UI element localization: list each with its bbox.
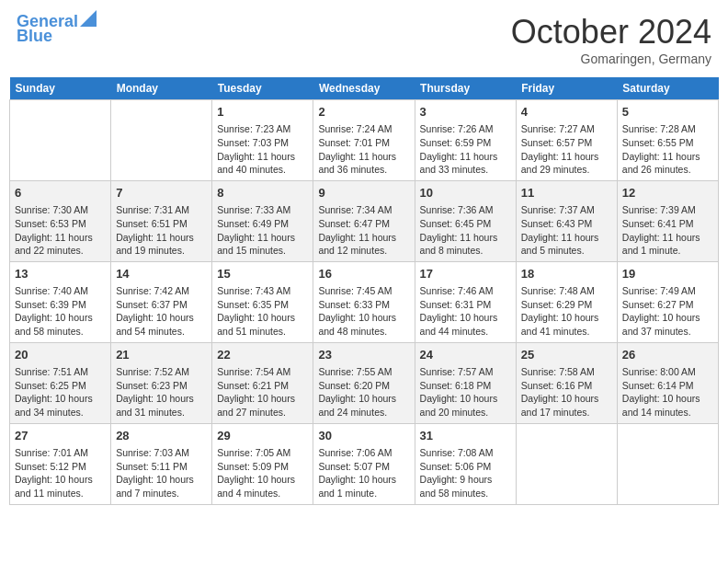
page-header: General Blue October 2024 Gomaringen, Ge… xyxy=(9,9,719,70)
calendar-cell: 16Sunrise: 7:45 AM Sunset: 6:33 PM Dayli… xyxy=(313,261,415,342)
day-number: 1 xyxy=(217,104,308,121)
title-block: October 2024 Gomaringen, Germany xyxy=(511,13,711,66)
day-number: 25 xyxy=(521,347,612,363)
day-number: 21 xyxy=(116,347,207,363)
day-detail: Sunrise: 8:00 AM Sunset: 6:14 PM Dayligh… xyxy=(622,365,713,419)
calendar-cell: 13Sunrise: 7:40 AM Sunset: 6:39 PM Dayli… xyxy=(10,261,111,342)
day-detail: Sunrise: 7:08 AM Sunset: 5:06 PM Dayligh… xyxy=(420,446,511,500)
calendar-cell: 17Sunrise: 7:46 AM Sunset: 6:31 PM Dayli… xyxy=(415,261,516,342)
calendar-week-row: 1Sunrise: 7:23 AM Sunset: 7:03 PM Daylig… xyxy=(10,100,719,181)
calendar-cell: 26Sunrise: 8:00 AM Sunset: 6:14 PM Dayli… xyxy=(617,342,718,423)
day-detail: Sunrise: 7:37 AM Sunset: 6:43 PM Dayligh… xyxy=(521,203,612,258)
day-detail: Sunrise: 7:46 AM Sunset: 6:31 PM Dayligh… xyxy=(420,284,511,339)
day-number: 14 xyxy=(116,266,207,282)
day-detail: Sunrise: 7:54 AM Sunset: 6:21 PM Dayligh… xyxy=(217,365,308,419)
calendar-cell: 31Sunrise: 7:08 AM Sunset: 5:06 PM Dayli… xyxy=(415,423,516,504)
day-detail: Sunrise: 7:23 AM Sunset: 7:03 PM Dayligh… xyxy=(217,122,308,177)
calendar-cell: 11Sunrise: 7:37 AM Sunset: 6:43 PM Dayli… xyxy=(516,180,617,261)
day-number: 13 xyxy=(15,266,106,282)
day-detail: Sunrise: 7:31 AM Sunset: 6:51 PM Dayligh… xyxy=(116,203,207,258)
day-detail: Sunrise: 7:01 AM Sunset: 5:12 PM Dayligh… xyxy=(15,446,106,500)
logo: General Blue xyxy=(17,13,97,46)
day-detail: Sunrise: 7:43 AM Sunset: 6:35 PM Dayligh… xyxy=(217,284,308,339)
day-number: 23 xyxy=(318,347,409,363)
day-detail: Sunrise: 7:39 AM Sunset: 6:41 PM Dayligh… xyxy=(622,203,713,258)
day-detail: Sunrise: 7:28 AM Sunset: 6:55 PM Dayligh… xyxy=(622,122,713,177)
calendar-body: 1Sunrise: 7:23 AM Sunset: 7:03 PM Daylig… xyxy=(10,100,719,505)
day-detail: Sunrise: 7:57 AM Sunset: 6:18 PM Dayligh… xyxy=(420,365,511,419)
day-number: 10 xyxy=(420,185,511,201)
weekday-header-cell: Saturday xyxy=(617,77,718,100)
calendar-cell: 7Sunrise: 7:31 AM Sunset: 6:51 PM Daylig… xyxy=(111,180,212,261)
day-number: 11 xyxy=(521,185,612,201)
calendar-cell: 15Sunrise: 7:43 AM Sunset: 6:35 PM Dayli… xyxy=(212,261,313,342)
calendar-cell: 8Sunrise: 7:33 AM Sunset: 6:49 PM Daylig… xyxy=(212,180,313,261)
day-number: 16 xyxy=(318,266,409,282)
calendar-cell xyxy=(10,100,111,181)
calendar-cell: 18Sunrise: 7:48 AM Sunset: 6:29 PM Dayli… xyxy=(516,261,617,342)
day-number: 5 xyxy=(622,104,713,121)
calendar-cell xyxy=(516,423,617,504)
calendar-cell: 30Sunrise: 7:06 AM Sunset: 5:07 PM Dayli… xyxy=(313,423,415,504)
calendar-cell: 2Sunrise: 7:24 AM Sunset: 7:01 PM Daylig… xyxy=(313,100,415,181)
day-number: 26 xyxy=(622,347,713,363)
day-number: 27 xyxy=(15,428,106,444)
day-number: 12 xyxy=(622,185,713,201)
calendar-cell: 14Sunrise: 7:42 AM Sunset: 6:37 PM Dayli… xyxy=(111,261,212,342)
weekday-header-cell: Friday xyxy=(516,77,617,100)
weekday-header-cell: Wednesday xyxy=(313,77,415,100)
calendar-cell: 29Sunrise: 7:05 AM Sunset: 5:09 PM Dayli… xyxy=(212,423,313,504)
calendar-week-row: 20Sunrise: 7:51 AM Sunset: 6:25 PM Dayli… xyxy=(10,342,719,423)
day-number: 20 xyxy=(15,347,106,363)
day-detail: Sunrise: 7:06 AM Sunset: 5:07 PM Dayligh… xyxy=(318,446,409,500)
day-detail: Sunrise: 7:40 AM Sunset: 6:39 PM Dayligh… xyxy=(15,284,106,339)
location: Gomaringen, Germany xyxy=(511,52,711,66)
day-detail: Sunrise: 7:33 AM Sunset: 6:49 PM Dayligh… xyxy=(217,203,308,258)
day-number: 18 xyxy=(521,266,612,282)
day-detail: Sunrise: 7:24 AM Sunset: 7:01 PM Dayligh… xyxy=(318,122,409,177)
day-detail: Sunrise: 7:30 AM Sunset: 6:53 PM Dayligh… xyxy=(15,203,106,258)
calendar-cell: 4Sunrise: 7:27 AM Sunset: 6:57 PM Daylig… xyxy=(516,100,617,181)
day-detail: Sunrise: 7:42 AM Sunset: 6:37 PM Dayligh… xyxy=(116,284,207,339)
calendar-cell: 23Sunrise: 7:55 AM Sunset: 6:20 PM Dayli… xyxy=(313,342,415,423)
day-detail: Sunrise: 7:05 AM Sunset: 5:09 PM Dayligh… xyxy=(217,446,308,500)
svg-marker-0 xyxy=(80,10,97,27)
day-number: 9 xyxy=(318,185,409,201)
calendar-cell: 20Sunrise: 7:51 AM Sunset: 6:25 PM Dayli… xyxy=(10,342,111,423)
calendar-cell: 22Sunrise: 7:54 AM Sunset: 6:21 PM Dayli… xyxy=(212,342,313,423)
logo-text-blue: Blue xyxy=(17,28,52,46)
day-number: 3 xyxy=(420,104,511,121)
day-detail: Sunrise: 7:34 AM Sunset: 6:47 PM Dayligh… xyxy=(318,203,409,258)
day-number: 4 xyxy=(521,104,612,121)
calendar-cell: 28Sunrise: 7:03 AM Sunset: 5:11 PM Dayli… xyxy=(111,423,212,504)
day-number: 19 xyxy=(622,266,713,282)
day-detail: Sunrise: 7:27 AM Sunset: 6:57 PM Dayligh… xyxy=(521,122,612,177)
calendar-cell: 10Sunrise: 7:36 AM Sunset: 6:45 PM Dayli… xyxy=(415,180,516,261)
calendar-cell: 25Sunrise: 7:58 AM Sunset: 6:16 PM Dayli… xyxy=(516,342,617,423)
day-detail: Sunrise: 7:26 AM Sunset: 6:59 PM Dayligh… xyxy=(420,122,511,177)
calendar-cell xyxy=(617,423,718,504)
day-detail: Sunrise: 7:03 AM Sunset: 5:11 PM Dayligh… xyxy=(116,446,207,500)
day-detail: Sunrise: 7:36 AM Sunset: 6:45 PM Dayligh… xyxy=(420,203,511,258)
day-number: 28 xyxy=(116,428,207,444)
weekday-header-cell: Monday xyxy=(111,77,212,100)
calendar-week-row: 27Sunrise: 7:01 AM Sunset: 5:12 PM Dayli… xyxy=(10,423,719,504)
calendar-week-row: 6Sunrise: 7:30 AM Sunset: 6:53 PM Daylig… xyxy=(10,180,719,261)
calendar-cell: 19Sunrise: 7:49 AM Sunset: 6:27 PM Dayli… xyxy=(617,261,718,342)
calendar-cell: 21Sunrise: 7:52 AM Sunset: 6:23 PM Dayli… xyxy=(111,342,212,423)
weekday-header-cell: Thursday xyxy=(415,77,516,100)
day-detail: Sunrise: 7:51 AM Sunset: 6:25 PM Dayligh… xyxy=(15,365,106,419)
calendar-cell: 24Sunrise: 7:57 AM Sunset: 6:18 PM Dayli… xyxy=(415,342,516,423)
calendar-cell: 1Sunrise: 7:23 AM Sunset: 7:03 PM Daylig… xyxy=(212,100,313,181)
weekday-header-cell: Sunday xyxy=(10,77,111,100)
weekday-header-row: SundayMondayTuesdayWednesdayThursdayFrid… xyxy=(10,77,719,100)
day-number: 31 xyxy=(420,428,511,444)
day-number: 7 xyxy=(116,185,207,201)
day-number: 6 xyxy=(15,185,106,201)
day-number: 15 xyxy=(217,266,308,282)
day-number: 2 xyxy=(318,104,409,121)
day-detail: Sunrise: 7:58 AM Sunset: 6:16 PM Dayligh… xyxy=(521,365,612,419)
day-detail: Sunrise: 7:48 AM Sunset: 6:29 PM Dayligh… xyxy=(521,284,612,339)
day-detail: Sunrise: 7:55 AM Sunset: 6:20 PM Dayligh… xyxy=(318,365,409,419)
day-number: 30 xyxy=(318,428,409,444)
